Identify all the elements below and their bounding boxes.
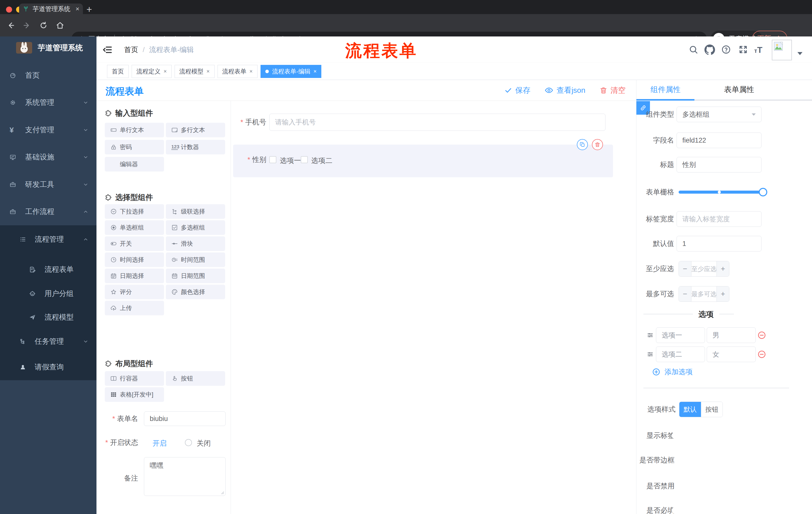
avatar[interactable] [772,40,792,60]
sidebar-logo[interactable]: 芋道管理系统 [0,40,96,56]
component-checkbox-group[interactable]: 多选框组 [166,220,225,235]
clear-button[interactable]: 清空 [600,85,626,96]
reload-icon[interactable] [39,21,48,30]
status-off-radio[interactable] [185,439,192,446]
component-table[interactable]: 表格[开发中] [105,387,164,402]
option-label-input[interactable]: 选项二 [656,347,705,362]
component-single-text[interactable]: 单行文本 [105,123,164,137]
component-radio-group[interactable]: 单选框组 [105,220,164,235]
github-icon[interactable] [704,45,715,55]
sidebar-item-leave-query[interactable]: 请假查询 [0,356,96,379]
component-row-container[interactable]: 行容器 [105,371,164,386]
gender-option2-checkbox[interactable] [301,156,308,163]
search-icon[interactable] [688,45,698,55]
style-default-button[interactable]: 默认 [679,402,701,417]
component-type-select[interactable]: 多选框组 [676,107,761,122]
canvas-phone-input[interactable]: 请输入手机号 [269,114,606,131]
status-off-label[interactable]: 关闭 [197,438,211,448]
gender-option2-label[interactable]: 选项二 [311,156,332,165]
form-name-input[interactable]: biubiu [144,411,226,426]
style-button-button[interactable]: 按钮 [701,402,723,417]
avatar-caret-icon[interactable] [798,52,803,55]
sidebar-item-task-mgmt[interactable]: 任务管理 [0,330,96,353]
home-icon[interactable] [56,21,64,30]
sidebar-item-infra[interactable]: 基础设施 [0,145,96,169]
sidebar-item-system[interactable]: 系统管理 [0,91,96,114]
drag-handle-icon[interactable] [647,332,654,339]
tag-process-definition[interactable]: 流程定义 [132,65,172,78]
tag-close-icon[interactable] [314,68,317,75]
copy-component-button[interactable] [577,139,588,150]
sidebar-item-user-group[interactable]: 用户分组 [0,282,96,305]
tag-process-form-edit[interactable]: 流程表单-编辑 [261,65,322,78]
delete-component-button[interactable] [592,139,603,150]
add-option-button[interactable]: 添加选项 [652,367,693,377]
sidebar-item-devtools[interactable]: 研发工具 [0,173,96,196]
tag-close-icon[interactable] [206,68,210,75]
component-select[interactable]: 下拉选择 [105,204,164,219]
tab-close-icon[interactable] [76,5,79,13]
option-value-input[interactable]: 男 [707,327,756,343]
drag-handle-icon[interactable] [647,351,654,358]
tag-home[interactable]: 首页 [107,65,128,78]
window-close-button[interactable] [6,6,12,12]
help-icon[interactable] [721,45,731,55]
sidebar-item-process-form[interactable]: 流程表单 [0,258,96,281]
breadcrumb-home[interactable]: 首页 [124,45,138,55]
back-icon[interactable] [6,21,15,30]
new-tab-button[interactable]: + [86,4,92,15]
component-rate[interactable]: 评分 [105,285,164,299]
tag-process-model[interactable]: 流程模型 [175,65,214,78]
tab-component-props[interactable]: 组件属性 [643,84,688,95]
stepper-value[interactable]: 至少应选 [691,261,717,276]
remove-option-icon[interactable] [757,331,766,340]
component-date-range[interactable]: 日期范围 [166,269,225,283]
remove-option-icon[interactable] [757,350,766,359]
title-input[interactable]: 性别 [676,157,761,172]
field-name-input[interactable]: field122 [676,133,761,148]
component-editor[interactable]: 编辑器 [105,157,164,171]
component-switch[interactable]: 开关 [105,236,164,251]
default-value-input[interactable]: 1 [676,236,761,251]
component-password[interactable]: 密码 [105,140,164,154]
tag-process-form[interactable]: 流程表单 [218,65,258,78]
component-slider[interactable]: 滑块 [166,236,225,251]
stepper-value[interactable]: 最多可选 [691,287,717,301]
stepper-plus-button[interactable]: + [717,261,729,276]
sidebar-item-process-mgmt[interactable]: 流程管理 [0,228,96,251]
tag-close-icon[interactable] [250,68,253,75]
option-label-input[interactable]: 选项一 [656,327,705,343]
save-button[interactable]: 保存 [504,85,530,96]
status-on-label[interactable]: 开启 [152,438,167,448]
view-json-button[interactable]: 查看json [545,85,585,96]
gender-option1-checkbox[interactable] [269,156,277,163]
label-width-input[interactable]: 请输入标签宽度 [676,211,761,227]
tag-close-icon[interactable] [164,68,167,75]
font-size-icon[interactable]: тT [754,45,762,55]
fullscreen-icon[interactable] [738,45,748,55]
sidebar-item-payment[interactable]: 支付管理 [0,118,96,141]
sidebar-item-process-model[interactable]: 流程模型 [0,306,96,329]
component-time-range[interactable]: 时间范围 [166,252,225,267]
component-upload[interactable]: 上传 [105,301,164,315]
component-date-picker[interactable]: 日期选择 [105,269,164,283]
component-time-picker[interactable]: 时间选择 [105,252,164,267]
gender-option1-label[interactable]: 选项一 [280,156,301,165]
stepper-plus-button[interactable]: + [717,287,729,301]
component-color-picker[interactable]: 颜色选择 [166,285,225,299]
component-multi-text[interactable]: 多行文本 [166,123,225,137]
stepper-minus-button[interactable]: − [679,261,691,276]
browser-tab[interactable]: 芋道管理系统 [19,3,83,14]
tab-form-props[interactable]: 表单属性 [717,84,762,95]
option-value-input[interactable]: 女 [707,347,756,362]
form-remark-textarea[interactable]: 嘿嘿 [144,457,226,496]
grid-slider-handle[interactable] [759,188,767,196]
grid-slider-track[interactable] [678,191,763,194]
sidebar-collapse-icon[interactable] [103,45,113,55]
stepper-minus-button[interactable]: − [679,287,691,301]
component-counter[interactable]: 计数器 [166,140,225,154]
sidebar-item-workflow[interactable]: 工作流程 [0,200,96,223]
component-button[interactable]: 按钮 [166,371,225,386]
component-cascader[interactable]: 级联选择 [166,204,225,219]
sidebar-item-home[interactable]: 首页 [0,64,96,87]
